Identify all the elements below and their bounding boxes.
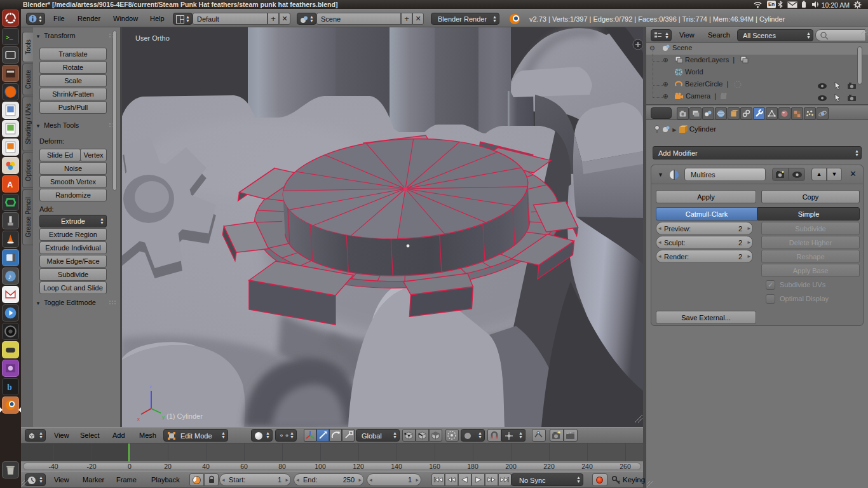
svg-text:x: x [137,416,140,422]
svg-text:User Ortho: User Ortho [135,34,170,42]
svg-text:z: z [149,384,152,390]
svg-text:b: b [7,383,12,392]
svg-text:>_: >_ [6,34,13,41]
svg-text:(1) Cylinder: (1) Cylinder [166,412,203,420]
svg-text:♪: ♪ [8,273,12,280]
svg-text:A: A [7,180,13,189]
svg-text:y: y [162,414,165,420]
